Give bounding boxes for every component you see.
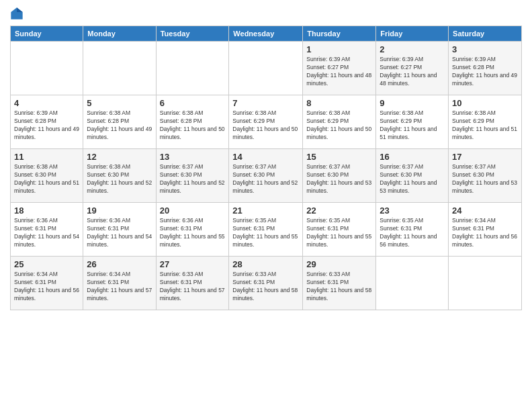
calendar-cell [83,42,156,95]
calendar-cell: 11Sunrise: 6:38 AM Sunset: 6:30 PM Dayli… [11,149,83,203]
day-info: Sunrise: 6:34 AM Sunset: 6:31 PM Dayligh… [452,217,518,249]
calendar-cell: 15Sunrise: 6:37 AM Sunset: 6:30 PM Dayli… [303,149,376,203]
day-info: Sunrise: 6:36 AM Sunset: 6:31 PM Dayligh… [160,217,226,249]
calendar-cell: 6Sunrise: 6:38 AM Sunset: 6:28 PM Daylig… [156,95,229,149]
day-number: 16 [380,152,445,162]
day-number: 10 [452,98,518,108]
weekday-header-thursday: Thursday [303,26,376,42]
calendar-cell: 7Sunrise: 6:38 AM Sunset: 6:29 PM Daylig… [229,95,303,149]
calendar-cell: 18Sunrise: 6:36 AM Sunset: 6:31 PM Dayli… [11,203,83,257]
calendar-week-2: 4Sunrise: 6:39 AM Sunset: 6:28 PM Daylig… [11,95,522,149]
day-info: Sunrise: 6:34 AM Sunset: 6:31 PM Dayligh… [14,271,79,303]
day-number: 25 [14,259,79,269]
calendar-cell [11,42,83,95]
day-number: 18 [14,205,79,216]
day-number: 11 [14,152,79,162]
page: SundayMondayTuesdayWednesdayThursdayFrid… [0,0,532,411]
weekday-header-friday: Friday [376,26,449,42]
day-info: Sunrise: 6:36 AM Sunset: 6:31 PM Dayligh… [87,217,152,249]
day-number: 2 [380,44,445,54]
calendar: SundayMondayTuesdayWednesdayThursdayFrid… [10,26,522,310]
day-number: 3 [452,44,518,54]
day-number: 28 [232,259,299,269]
calendar-cell: 12Sunrise: 6:38 AM Sunset: 6:30 PM Dayli… [83,149,156,203]
day-info: Sunrise: 6:33 AM Sunset: 6:31 PM Dayligh… [306,271,372,303]
calendar-cell: 1Sunrise: 6:39 AM Sunset: 6:27 PM Daylig… [303,42,376,95]
day-number: 17 [452,152,518,162]
calendar-week-1: 1Sunrise: 6:39 AM Sunset: 6:27 PM Daylig… [11,42,522,95]
calendar-cell: 3Sunrise: 6:39 AM Sunset: 6:28 PM Daylig… [449,42,522,95]
calendar-cell: 10Sunrise: 6:38 AM Sunset: 6:29 PM Dayli… [449,95,522,149]
calendar-cell: 4Sunrise: 6:39 AM Sunset: 6:28 PM Daylig… [11,95,83,149]
header [10,7,522,20]
day-info: Sunrise: 6:39 AM Sunset: 6:28 PM Dayligh… [452,56,518,88]
calendar-week-4: 18Sunrise: 6:36 AM Sunset: 6:31 PM Dayli… [11,203,522,257]
day-info: Sunrise: 6:37 AM Sunset: 6:30 PM Dayligh… [232,163,299,195]
calendar-cell: 8Sunrise: 6:38 AM Sunset: 6:29 PM Daylig… [303,95,376,149]
calendar-cell: 14Sunrise: 6:37 AM Sunset: 6:30 PM Dayli… [229,149,303,203]
day-info: Sunrise: 6:36 AM Sunset: 6:31 PM Dayligh… [14,217,79,249]
calendar-cell: 24Sunrise: 6:34 AM Sunset: 6:31 PM Dayli… [449,203,522,257]
day-info: Sunrise: 6:35 AM Sunset: 6:31 PM Dayligh… [380,217,445,249]
calendar-cell: 13Sunrise: 6:37 AM Sunset: 6:30 PM Dayli… [156,149,229,203]
day-number: 23 [380,205,445,216]
calendar-cell: 22Sunrise: 6:35 AM Sunset: 6:31 PM Dayli… [303,203,376,257]
day-info: Sunrise: 6:38 AM Sunset: 6:30 PM Dayligh… [87,163,152,195]
calendar-cell: 23Sunrise: 6:35 AM Sunset: 6:31 PM Dayli… [376,203,449,257]
day-info: Sunrise: 6:35 AM Sunset: 6:31 PM Dayligh… [232,217,299,249]
calendar-week-5: 25Sunrise: 6:34 AM Sunset: 6:31 PM Dayli… [11,257,522,310]
logo-icon [10,7,24,20]
calendar-cell: 17Sunrise: 6:37 AM Sunset: 6:30 PM Dayli… [449,149,522,203]
day-info: Sunrise: 6:33 AM Sunset: 6:31 PM Dayligh… [160,271,226,303]
weekday-header-sunday: Sunday [11,26,83,42]
calendar-cell [449,257,522,310]
calendar-week-3: 11Sunrise: 6:38 AM Sunset: 6:30 PM Dayli… [11,149,522,203]
calendar-cell: 25Sunrise: 6:34 AM Sunset: 6:31 PM Dayli… [11,257,83,310]
calendar-cell: 26Sunrise: 6:34 AM Sunset: 6:31 PM Dayli… [83,257,156,310]
day-info: Sunrise: 6:37 AM Sunset: 6:30 PM Dayligh… [160,163,226,195]
day-info: Sunrise: 6:38 AM Sunset: 6:29 PM Dayligh… [452,109,518,142]
day-info: Sunrise: 6:35 AM Sunset: 6:31 PM Dayligh… [306,217,372,249]
calendar-cell [229,42,303,95]
calendar-cell: 28Sunrise: 6:33 AM Sunset: 6:31 PM Dayli… [229,257,303,310]
day-info: Sunrise: 6:39 AM Sunset: 6:27 PM Dayligh… [306,56,372,88]
weekday-header-saturday: Saturday [449,26,522,42]
calendar-cell: 27Sunrise: 6:33 AM Sunset: 6:31 PM Dayli… [156,257,229,310]
day-number: 20 [160,205,226,216]
day-info: Sunrise: 6:39 AM Sunset: 6:27 PM Dayligh… [380,56,445,88]
day-number: 7 [232,98,299,108]
calendar-cell: 16Sunrise: 6:37 AM Sunset: 6:30 PM Dayli… [376,149,449,203]
calendar-cell: 9Sunrise: 6:38 AM Sunset: 6:29 PM Daylig… [376,95,449,149]
day-info: Sunrise: 6:38 AM Sunset: 6:30 PM Dayligh… [14,163,79,195]
calendar-cell: 20Sunrise: 6:36 AM Sunset: 6:31 PM Dayli… [156,203,229,257]
day-info: Sunrise: 6:38 AM Sunset: 6:28 PM Dayligh… [87,109,152,142]
day-info: Sunrise: 6:38 AM Sunset: 6:28 PM Dayligh… [160,109,226,142]
calendar-cell: 29Sunrise: 6:33 AM Sunset: 6:31 PM Dayli… [303,257,376,310]
calendar-cell: 19Sunrise: 6:36 AM Sunset: 6:31 PM Dayli… [83,203,156,257]
weekday-header-monday: Monday [83,26,156,42]
day-number: 4 [14,98,79,108]
day-number: 5 [87,98,152,108]
calendar-cell: 21Sunrise: 6:35 AM Sunset: 6:31 PM Dayli… [229,203,303,257]
calendar-cell [376,257,449,310]
logo [10,7,26,20]
day-number: 12 [87,152,152,162]
day-info: Sunrise: 6:33 AM Sunset: 6:31 PM Dayligh… [232,271,299,303]
day-number: 9 [380,98,445,108]
day-info: Sunrise: 6:38 AM Sunset: 6:29 PM Dayligh… [232,109,299,142]
svg-marker-1 [17,7,23,12]
day-number: 26 [87,259,152,269]
calendar-cell: 5Sunrise: 6:38 AM Sunset: 6:28 PM Daylig… [83,95,156,149]
calendar-cell [156,42,229,95]
weekday-header-wednesday: Wednesday [229,26,303,42]
day-number: 14 [232,152,299,162]
day-number: 19 [87,205,152,216]
day-info: Sunrise: 6:37 AM Sunset: 6:30 PM Dayligh… [380,163,445,195]
day-info: Sunrise: 6:37 AM Sunset: 6:30 PM Dayligh… [452,163,518,195]
day-number: 21 [232,205,299,216]
day-number: 24 [452,205,518,216]
day-info: Sunrise: 6:34 AM Sunset: 6:31 PM Dayligh… [87,271,152,303]
day-info: Sunrise: 6:38 AM Sunset: 6:29 PM Dayligh… [306,109,372,142]
weekday-header-row: SundayMondayTuesdayWednesdayThursdayFrid… [11,26,522,42]
day-number: 27 [160,259,226,269]
